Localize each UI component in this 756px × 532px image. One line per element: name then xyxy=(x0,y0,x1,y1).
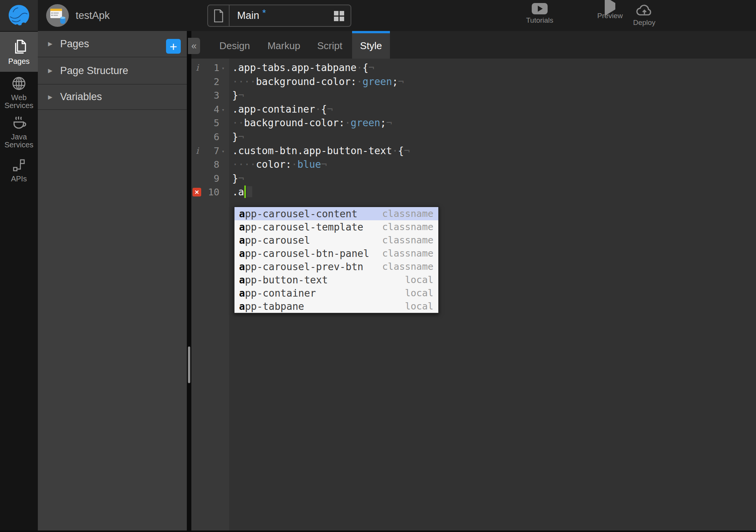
code-segment: ¬ xyxy=(398,76,404,87)
autocomplete-item[interactable]: app-button-textlocal xyxy=(234,273,438,286)
rail-item-label: Pages xyxy=(2,57,36,65)
play-icon xyxy=(605,3,615,10)
rail-item-java-services[interactable]: Java Services xyxy=(0,113,38,150)
autocomplete-popup: app-carousel-contentclassnameapp-carouse… xyxy=(234,206,439,314)
code-text[interactable]: ····color:·blue¬ xyxy=(229,158,756,172)
ghost-char-box xyxy=(247,186,252,197)
code-segment: color: xyxy=(256,159,292,170)
brand-logo[interactable] xyxy=(0,0,38,31)
fold-arrow-icon[interactable]: ▾ xyxy=(222,103,225,117)
panel-scrollbar-thumb[interactable] xyxy=(188,346,190,383)
code-segment: { xyxy=(362,62,368,73)
top-bar: testApk Main * TutorialsPreviewDeploy xyxy=(0,0,756,31)
rail-item-web-services[interactable]: Web Services xyxy=(0,75,38,110)
code-segment: green xyxy=(351,117,380,128)
open-page-tab[interactable]: Main * xyxy=(207,5,351,27)
preview-label: Preview xyxy=(597,12,623,20)
add-page-button[interactable]: + xyxy=(166,39,181,54)
preview-button[interactable]: Preview xyxy=(591,3,629,20)
autocomplete-item[interactable]: app-carousel-btn-panelclassname xyxy=(234,247,438,260)
code-line-3[interactable]: 3}¬ xyxy=(191,88,756,102)
wave-logo-icon xyxy=(7,4,31,27)
code-segment: ¬ xyxy=(327,104,333,115)
code-line-1[interactable]: i1▾.app-tabs.app-tabpane·{¬ xyxy=(191,61,756,75)
code-text[interactable]: ····background-color:·green;¬ xyxy=(229,75,756,89)
code-line-10[interactable]: ✕10.a xyxy=(191,185,756,199)
pages-panel: ▶Pages▶Page Structure▶Variables + xyxy=(38,31,187,530)
pages-icon xyxy=(10,38,28,56)
editor-tab-bar: DesignMarkupScriptStyle xyxy=(191,31,756,59)
expand-arrow-icon[interactable]: ▶ xyxy=(48,67,60,74)
tutorials-label: Tutorials xyxy=(526,16,553,25)
style-code-editor[interactable]: i1▾.app-tabs.app-tabpane·{¬2····backgrou… xyxy=(191,59,756,530)
autocomplete-item[interactable]: app-carousel-contentclassname xyxy=(234,207,438,220)
line-number: 1 xyxy=(214,61,219,75)
code-text[interactable]: }¬ xyxy=(229,88,756,102)
code-text[interactable]: .custom-btn.app-button-text·{¬ xyxy=(229,144,756,158)
autocomplete-item[interactable]: app-tabpanelocal xyxy=(234,300,438,313)
autocomplete-item[interactable]: app-containerlocal xyxy=(234,286,438,300)
match-prefix: a xyxy=(239,288,245,299)
code-line-9[interactable]: 9}¬ xyxy=(191,172,756,186)
code-segment: ¬ xyxy=(321,159,327,170)
line-number: 9 xyxy=(214,172,219,186)
code-text[interactable]: .app-container·{¬ xyxy=(229,102,756,116)
expand-arrow-icon[interactable]: ▶ xyxy=(48,94,60,101)
code-text[interactable]: .app-tabs.app-tabpane·{¬ xyxy=(229,61,756,75)
coffee-icon xyxy=(10,114,28,131)
rail-item-label: Web Services xyxy=(2,94,36,110)
info-icon: i xyxy=(196,144,199,158)
rail-item-apis[interactable]: APIs xyxy=(0,155,38,185)
window-bottom-edge xyxy=(0,530,756,532)
code-line-4[interactable]: 4▾.app-container·{¬ xyxy=(191,102,756,116)
section-variables[interactable]: ▶Variables xyxy=(38,85,187,110)
tab-design[interactable]: Design xyxy=(209,31,260,59)
gutter-cell: 5 xyxy=(191,116,229,130)
expand-arrow-icon[interactable]: ▶ xyxy=(48,40,60,47)
code-line-2[interactable]: 2····background-color:·green;¬ xyxy=(191,75,756,89)
code-segment: ·· xyxy=(232,117,244,128)
suggestion-text: pp-carousel-template xyxy=(245,221,363,233)
code-text[interactable]: ··background-color:·green;¬ xyxy=(229,116,756,130)
app-builder-window: testApk Main * TutorialsPreviewDeploy Pa… xyxy=(0,0,756,532)
tutorials-button[interactable]: Tutorials xyxy=(513,3,566,25)
deploy-button[interactable]: Deploy xyxy=(626,3,662,27)
database-glyph xyxy=(60,17,65,24)
autocomplete-item[interactable]: app-carouselclassname xyxy=(234,234,438,247)
code-line-6[interactable]: 6}¬ xyxy=(191,130,756,144)
tab-markup[interactable]: Markup xyxy=(260,31,307,59)
autocomplete-item[interactable]: app-carousel-prev-btnclassname xyxy=(234,260,438,273)
fold-arrow-icon[interactable]: ▾ xyxy=(222,144,225,158)
code-segment: ···· xyxy=(232,159,256,170)
suggestion-meta: local xyxy=(405,301,433,312)
autocomplete-item[interactable]: app-carousel-templateclassname xyxy=(234,220,438,234)
code-segment: ¬ xyxy=(368,62,374,73)
project-info: testApk xyxy=(46,0,110,31)
section-pages[interactable]: ▶Pages xyxy=(38,31,187,57)
suggestion-text: pp-button-text xyxy=(245,274,328,286)
tab-style[interactable]: Style xyxy=(352,31,390,59)
code-text[interactable]: }¬ xyxy=(229,172,756,186)
code-segment: .custom-btn.app-button-text xyxy=(232,145,392,156)
match-prefix: a xyxy=(239,248,245,259)
gutter-cell: ✕10 xyxy=(191,185,229,199)
code-segment: .a xyxy=(232,186,244,198)
rail-item-pages[interactable]: Pages xyxy=(0,32,38,72)
collapse-panel-button[interactable]: « xyxy=(188,38,200,54)
pages-grid-icon[interactable] xyxy=(334,11,345,22)
line-number: 8 xyxy=(214,158,219,172)
code-line-7[interactable]: i7▾.custom-btn.app-button-text·{¬ xyxy=(191,144,756,158)
code-line-8[interactable]: 8····color:·blue¬ xyxy=(191,158,756,172)
code-segment: · xyxy=(357,76,363,87)
code-text[interactable]: }¬ xyxy=(229,130,756,144)
code-segment: ¬ xyxy=(404,145,410,156)
code-line-5[interactable]: 5··background-color:·green;¬ xyxy=(191,116,756,130)
section-page-structure[interactable]: ▶Page Structure xyxy=(38,57,187,85)
match-prefix: a xyxy=(239,274,245,286)
suggestion-meta: classname xyxy=(382,235,433,246)
tab-script[interactable]: Script xyxy=(307,31,352,59)
gutter-cell: 4▾ xyxy=(191,102,229,116)
suggestion-text: pp-tabpane xyxy=(245,301,304,312)
code-text[interactable]: .a xyxy=(229,185,756,199)
fold-arrow-icon[interactable]: ▾ xyxy=(222,61,225,75)
